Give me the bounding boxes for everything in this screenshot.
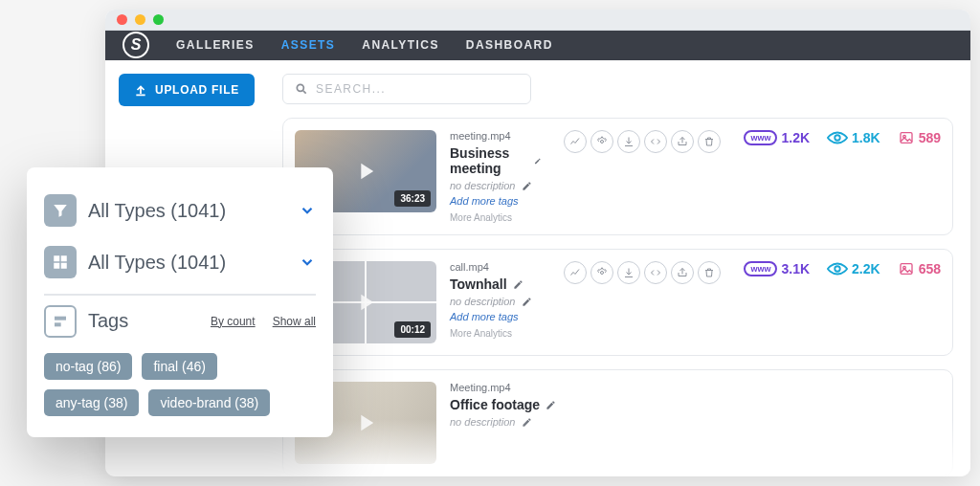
- play-icon: [352, 158, 379, 185]
- more-analytics-link[interactable]: More Analytics: [450, 212, 541, 223]
- search-bar[interactable]: [282, 74, 531, 104]
- pencil-icon[interactable]: [522, 297, 532, 307]
- asset-filename: Meeting.mp4: [450, 382, 941, 393]
- filter-popover: All Types (1041) All Types (1041) Tags B…: [27, 167, 333, 437]
- chevron-down-icon[interactable]: [299, 202, 316, 219]
- stat-image: 589: [898, 130, 941, 145]
- upload-label: UPLOAD FILE: [155, 83, 239, 97]
- download-icon[interactable]: [617, 130, 640, 153]
- asset-filename: call.mp4: [450, 261, 541, 273]
- pencil-icon[interactable]: [513, 279, 523, 290]
- minimize-dot[interactable]: [135, 14, 145, 25]
- svg-rect-12: [61, 263, 67, 269]
- nav-galleries[interactable]: GALLERIES: [176, 38, 255, 52]
- grid-icon: [44, 246, 77, 278]
- app-logo: S: [122, 32, 149, 58]
- nav-analytics[interactable]: ANALYTICS: [362, 38, 439, 52]
- play-icon: [352, 289, 379, 316]
- gear-icon[interactable]: [590, 261, 613, 284]
- by-count-link[interactable]: By count: [211, 315, 256, 328]
- pencil-icon[interactable]: [546, 400, 556, 410]
- asset-stats: www 1.2K 1.8K 589: [744, 130, 941, 145]
- stat-image: 658: [898, 261, 941, 276]
- eye-icon: [827, 131, 848, 144]
- stat-views: 1.8K: [827, 130, 880, 145]
- svg-rect-11: [54, 263, 59, 269]
- tag-chip[interactable]: final (46): [142, 353, 216, 380]
- search-icon: [295, 82, 308, 96]
- asset-stats: www 3.1K 2.2K 658: [744, 261, 941, 276]
- share-icon[interactable]: [671, 130, 694, 153]
- www-icon: www: [744, 130, 777, 145]
- download-icon[interactable]: [617, 261, 640, 284]
- upload-file-button[interactable]: UPLOAD FILE: [119, 74, 255, 106]
- image-icon: [898, 261, 915, 276]
- nav-assets[interactable]: ASSETS: [281, 38, 336, 52]
- asset-title: Townhall: [450, 276, 507, 292]
- tags-heading: Tags: [88, 310, 199, 332]
- analytics-icon[interactable]: [564, 261, 587, 284]
- svg-point-2: [835, 135, 840, 141]
- asset-meta: call.mp4 Townhall no description Add mor…: [450, 261, 541, 339]
- asset-title: Business meeting: [450, 145, 528, 176]
- upload-icon: [134, 83, 147, 97]
- chevron-down-icon[interactable]: [299, 254, 316, 271]
- duration-badge: 00:12: [394, 321, 431, 338]
- tag-chip[interactable]: video-brand (38): [148, 389, 270, 416]
- titlebar: [105, 10, 970, 31]
- svg-rect-3: [901, 133, 912, 144]
- svg-point-5: [601, 272, 604, 275]
- close-dot[interactable]: [117, 14, 127, 25]
- filter-row-type-1[interactable]: All Types (1041): [44, 185, 316, 236]
- asset-card: 00:12 call.mp4 Townhall no description A…: [282, 249, 953, 356]
- asset-filename: meeting.mp4: [450, 130, 541, 142]
- image-icon: [898, 130, 915, 145]
- tags-icon: [44, 305, 77, 338]
- asset-card: Meeting.mp4 Office footage no descriptio…: [282, 369, 953, 476]
- tag-chip[interactable]: no-tag (86): [44, 353, 132, 380]
- stat-www: www 1.2K: [744, 130, 810, 145]
- asset-description: no description: [450, 296, 516, 307]
- main-column: 36:23 meeting.mp4 Business meeting no de…: [282, 60, 970, 476]
- svg-point-1: [601, 141, 604, 144]
- svg-rect-13: [55, 316, 66, 320]
- trash-icon[interactable]: [698, 130, 721, 153]
- filter-label: All Types (1041): [88, 200, 287, 222]
- funnel-icon: [44, 194, 77, 227]
- nav-dashboard[interactable]: DASHBOARD: [466, 38, 553, 52]
- svg-point-6: [835, 266, 840, 272]
- asset-card: 36:23 meeting.mp4 Business meeting no de…: [282, 118, 953, 235]
- svg-rect-7: [901, 264, 912, 275]
- filter-label: All Types (1041): [88, 252, 287, 274]
- popover-separator: [44, 294, 316, 296]
- asset-title: Office footage: [450, 397, 540, 412]
- show-all-link[interactable]: Show all: [273, 315, 316, 328]
- search-input[interactable]: [316, 82, 519, 96]
- trash-icon[interactable]: [698, 261, 721, 284]
- analytics-icon[interactable]: [564, 130, 587, 153]
- add-tags-link[interactable]: Add more tags: [450, 311, 541, 322]
- svg-point-0: [297, 84, 303, 91]
- share-icon[interactable]: [671, 261, 694, 284]
- duration-badge: 36:23: [394, 190, 431, 207]
- code-icon[interactable]: [644, 130, 667, 153]
- asset-actions: [564, 261, 721, 284]
- asset-meta: Meeting.mp4 Office footage no descriptio…: [450, 382, 941, 428]
- pencil-icon[interactable]: [522, 181, 532, 191]
- gear-icon[interactable]: [590, 130, 613, 153]
- code-icon[interactable]: [644, 261, 667, 284]
- asset-actions: [564, 130, 721, 153]
- filter-row-type-2[interactable]: All Types (1041): [44, 236, 316, 288]
- add-tags-link[interactable]: Add more tags: [450, 195, 541, 207]
- play-icon: [352, 409, 379, 436]
- pencil-icon[interactable]: [534, 156, 542, 166]
- more-analytics-link[interactable]: More Analytics: [450, 328, 541, 339]
- svg-rect-14: [55, 322, 61, 326]
- maximize-dot[interactable]: [153, 14, 164, 25]
- asset-meta: meeting.mp4 Business meeting no descript…: [450, 130, 541, 223]
- asset-description: no description: [450, 180, 516, 191]
- pencil-icon[interactable]: [522, 417, 532, 428]
- tag-chip[interactable]: any-tag (38): [44, 389, 139, 416]
- tag-list: no-tag (86) final (46) any-tag (38) vide…: [44, 353, 316, 416]
- svg-rect-10: [61, 255, 67, 261]
